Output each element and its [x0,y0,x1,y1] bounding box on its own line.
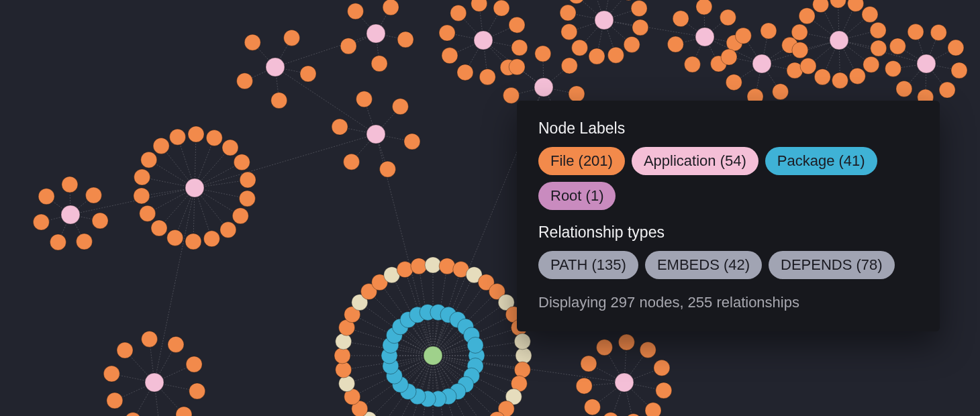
graph-node[interactable] [640,342,656,358]
graph-node[interactable] [813,0,829,13]
graph-node[interactable] [244,34,260,50]
graph-node[interactable] [450,5,467,21]
graph-node[interactable] [773,84,789,100]
node-label-pill-application[interactable]: Application (54) [632,147,758,175]
graph-node[interactable] [560,5,576,21]
graph-node[interactable] [597,340,613,356]
graph-node[interactable] [85,187,101,203]
node-label-pill-package[interactable]: Package (41) [765,147,877,175]
graph-node[interactable] [379,161,395,177]
graph-node[interactable] [607,47,624,63]
graph-node[interactable] [334,348,350,364]
graph-node[interactable] [151,220,167,236]
graph-node[interactable] [38,189,54,205]
graph-node[interactable] [535,46,551,62]
graph-node[interactable] [168,336,184,352]
graph-node[interactable] [237,73,253,89]
graph-node[interactable] [141,152,157,168]
node-label-pill-root[interactable]: Root (1) [538,182,616,210]
graph-node[interactable] [185,233,201,250]
graph-node[interactable] [752,54,771,73]
graph-node[interactable] [511,40,528,56]
graph-node[interactable] [439,258,455,274]
graph-node[interactable] [626,413,642,416]
graph-node[interactable] [871,40,887,56]
graph-node[interactable] [457,64,473,81]
graph-node[interactable] [726,74,742,91]
graph-node[interactable] [618,334,634,350]
graph-node[interactable] [189,383,205,399]
graph-node[interactable] [271,93,287,109]
graph-node[interactable] [479,69,495,85]
graph-node[interactable] [176,407,192,416]
graph-node[interactable] [584,399,600,415]
graph-node[interactable] [332,119,348,135]
graph-node[interactable] [645,403,661,416]
graph-node[interactable] [232,208,248,224]
graph-node[interactable] [917,54,936,73]
graph-node[interactable] [814,69,830,85]
graph-node[interactable] [50,234,66,250]
graph-node[interactable] [425,257,441,273]
graph-node[interactable] [239,191,255,207]
graph-node[interactable] [631,1,647,17]
graph-node[interactable] [832,72,848,89]
graph-node[interactable] [561,23,577,40]
graph-node[interactable] [397,32,413,48]
graph-node[interactable] [340,38,356,54]
graph-node[interactable] [696,0,712,15]
graph-node[interactable] [514,333,530,350]
graph-node[interactable] [632,19,648,36]
graph-node[interactable] [33,214,49,230]
graph-node[interactable] [411,258,427,274]
graph-node[interactable] [203,231,219,247]
graph-node[interactable] [509,59,525,75]
graph-node[interactable] [153,138,169,154]
graph-node[interactable] [830,0,846,8]
graph-node[interactable] [336,362,352,378]
graph-node[interactable] [569,0,585,4]
graph-node[interactable] [371,56,387,72]
graph-node[interactable] [266,58,285,76]
graph-node[interactable] [366,24,385,43]
graph-node[interactable] [569,86,585,102]
relationship-pill-path[interactable]: PATH (135) [538,251,638,279]
graph-node[interactable] [791,24,807,40]
graph-node[interactable] [366,125,385,144]
graph-node[interactable] [654,360,670,376]
graph-node[interactable] [404,134,420,150]
graph-node[interactable] [673,11,689,27]
relationship-pill-embeds[interactable]: EMBEDS (42) [645,251,762,279]
graph-node[interactable] [735,28,751,44]
graph-node[interactable] [589,48,605,64]
graph-node[interactable] [467,337,483,353]
graph-node[interactable] [140,205,156,221]
graph-node[interactable] [667,36,683,52]
graph-node[interactable] [514,362,530,378]
graph-node[interactable] [439,25,455,41]
graph-node[interactable] [615,373,634,392]
graph-node[interactable] [234,154,250,170]
graph-node[interactable] [117,342,133,358]
graph-node[interactable] [516,348,532,364]
graph-node[interactable] [620,0,636,1]
graph-node[interactable] [799,8,815,24]
graph-node[interactable] [134,188,150,204]
graph-node[interactable] [889,38,905,54]
graph-node[interactable] [348,3,364,19]
graph-node[interactable] [862,6,878,22]
graph-node[interactable] [284,30,300,46]
graph-node[interactable] [603,413,619,416]
graph-node[interactable] [896,81,912,97]
graph-node[interactable] [442,48,458,64]
graph-node[interactable] [142,331,158,347]
graph-node[interactable] [471,0,487,11]
graph-node[interactable] [908,24,924,40]
graph-node[interactable] [721,49,737,65]
graph-node[interactable] [509,17,525,33]
graph-node[interactable] [336,333,352,350]
node-label-pill-file[interactable]: File (201) [538,147,625,175]
graph-node[interactable] [572,40,588,56]
graph-node[interactable] [145,373,164,392]
graph-node[interactable] [383,0,399,15]
